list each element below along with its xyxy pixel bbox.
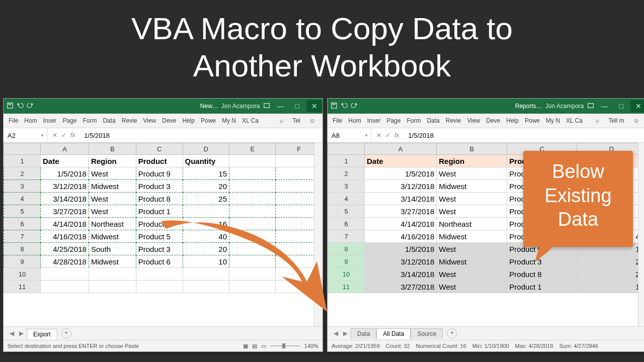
add-sheet-button[interactable]: + — [61, 328, 71, 338]
table-row[interactable]: 10 — [4, 268, 323, 281]
table-row[interactable]: 84/25/2018SouthProduct 320 — [4, 243, 323, 255]
ribbon-tab[interactable]: Form — [79, 117, 100, 124]
header-cell[interactable]: Region — [89, 155, 136, 167]
redo-icon[interactable] — [351, 102, 358, 111]
row-header[interactable]: 1 — [4, 155, 41, 167]
sheet-tab[interactable]: Source — [411, 328, 443, 339]
table-row[interactable]: 94/28/2018MidwestProduct 610 — [4, 255, 323, 268]
ribbon-tab[interactable]: My N — [543, 117, 563, 124]
table-row[interactable]: 21/5/2018WestProduct 915 — [4, 167, 323, 180]
search-icon[interactable]: ⌕ — [275, 117, 286, 124]
header-cell[interactable]: Date — [365, 155, 437, 167]
ribbon-display-icon[interactable] — [263, 102, 270, 111]
ribbon-tab[interactable]: Page — [59, 117, 79, 124]
sheet-tab[interactable]: Export — [27, 329, 57, 339]
column-header[interactable]: E — [229, 143, 276, 155]
sheet-tab[interactable]: Data — [351, 328, 376, 339]
column-header[interactable]: B — [437, 143, 507, 155]
save-icon[interactable] — [331, 102, 338, 111]
search-icon[interactable]: ⌕ — [591, 117, 602, 124]
row-header[interactable]: 1 — [328, 155, 365, 167]
column-header[interactable]: A — [365, 143, 437, 155]
ribbon-tab[interactable]: File — [328, 117, 345, 124]
enter-icon[interactable]: ✓ — [385, 132, 390, 139]
fx-icon[interactable]: fx — [70, 132, 75, 139]
undo-icon[interactable] — [17, 102, 24, 111]
ribbon-tab[interactable]: Powe — [198, 117, 219, 124]
ribbon-tab[interactable]: Inser — [40, 117, 60, 124]
ribbon[interactable]: FileHomInserPageFormDataRevieViewDeveHel… — [328, 114, 644, 128]
ribbon-tab[interactable]: Hom — [21, 117, 40, 124]
table-row[interactable]: 93/12/2018MidwestProduct 320 — [328, 255, 645, 268]
column-header[interactable]: D — [183, 143, 229, 155]
smile-icon[interactable]: ☺ — [630, 117, 642, 124]
fx-icon[interactable]: fx — [394, 132, 399, 139]
close-button[interactable]: ✕ — [630, 100, 644, 112]
ribbon-tab[interactable]: Data — [100, 117, 118, 124]
ribbon-tab[interactable]: Page — [383, 117, 404, 124]
table-row[interactable]: 11 — [4, 281, 323, 293]
vertical-scrollbar[interactable] — [314, 143, 323, 326]
ribbon-tab[interactable]: View — [140, 117, 159, 124]
ribbon-tab[interactable]: Help — [503, 117, 522, 124]
tab-next-icon[interactable]: ▶ — [17, 330, 26, 337]
ribbon-tab[interactable]: View — [464, 117, 483, 124]
table-row[interactable]: 113/27/2018WestProduct 114 — [328, 281, 645, 293]
add-sheet-button[interactable]: + — [447, 328, 457, 338]
name-box[interactable]: A8 — [328, 128, 371, 142]
minimize-button[interactable]: — — [597, 102, 612, 110]
select-all[interactable] — [4, 143, 41, 155]
table-row[interactable]: 33/12/2018MidwestProduct 320 — [4, 180, 323, 193]
ribbon-tab[interactable]: Deve — [159, 117, 179, 124]
enter-icon[interactable]: ✓ — [61, 132, 66, 139]
header-cell[interactable]: Product — [136, 155, 183, 167]
ribbon-display-icon[interactable] — [587, 102, 594, 111]
ribbon-tab[interactable]: Form — [404, 117, 424, 124]
name-box[interactable]: A2 — [4, 128, 47, 142]
ribbon-tab[interactable]: My N — [219, 117, 239, 124]
undo-icon[interactable] — [341, 102, 348, 111]
smile-icon[interactable]: ☺ — [306, 117, 318, 124]
column-header[interactable]: C — [136, 143, 183, 155]
tell-me[interactable]: Tell m — [605, 117, 627, 124]
ribbon[interactable]: FileHomInserPageFormDataRevieViewDeveHel… — [4, 114, 323, 128]
close-button[interactable]: ✕ — [306, 100, 323, 112]
table-row[interactable]: 103/14/2018WestProduct 825 — [328, 268, 645, 281]
select-all[interactable] — [328, 143, 365, 155]
ribbon-tab[interactable]: Powe — [522, 117, 543, 124]
ribbon-tab[interactable]: Revie — [443, 117, 464, 124]
titlebar[interactable]: Reports… Jon Acampora — □ ✕ — [328, 99, 644, 114]
tab-prev-icon[interactable]: ◀ — [8, 330, 16, 337]
titlebar[interactable]: New… Jon Acampora — □ ✕ — [4, 99, 323, 114]
cancel-icon[interactable]: ✕ — [52, 132, 57, 139]
save-icon[interactable] — [7, 102, 14, 111]
tab-prev-icon[interactable]: ◀ — [332, 330, 340, 337]
ribbon-tab[interactable]: Inser — [364, 117, 384, 124]
ribbon-tab[interactable]: Data — [424, 117, 442, 124]
table-row[interactable]: 43/14/2018WestProduct 825 — [4, 193, 323, 205]
formula-bar[interactable]: 1/5/2018 — [80, 132, 323, 139]
ribbon-tab[interactable]: Revie — [119, 117, 140, 124]
tell-me[interactable]: Tel — [289, 117, 303, 124]
sheet-tab[interactable]: All Data — [376, 328, 411, 339]
table-row[interactable]: 74/16/2018MidwestProduct 540 — [4, 230, 323, 243]
sheet-tab-bar[interactable]: ◀ ▶ Export + — [4, 326, 323, 340]
ribbon-tab[interactable]: XL Ca — [239, 117, 262, 124]
tab-next-icon[interactable]: ▶ — [341, 330, 350, 337]
table-row[interactable]: 64/14/2018NortheastProduct 716 — [4, 218, 323, 230]
redo-icon[interactable] — [27, 102, 34, 111]
ribbon-tab[interactable]: File — [4, 117, 21, 124]
cancel-icon[interactable]: ✕ — [376, 132, 381, 139]
formula-bar[interactable]: 1/5/2018 — [404, 132, 644, 139]
zoom-slider[interactable] — [270, 345, 300, 346]
column-header[interactable]: A — [41, 143, 89, 155]
maximize-button[interactable]: □ — [291, 102, 303, 110]
ribbon-tab[interactable]: XL Ca — [563, 117, 586, 124]
header-cell[interactable]: Date — [41, 155, 89, 167]
ribbon-tab[interactable]: Deve — [483, 117, 503, 124]
worksheet-grid[interactable]: ABCDEF1DateRegionProductQuantity21/5/201… — [4, 143, 323, 326]
minimize-button[interactable]: — — [273, 102, 288, 110]
sheet-tab-bar[interactable]: ◀ ▶ DataAll DataSource + — [328, 326, 644, 340]
ribbon-tab[interactable]: Hom — [345, 117, 364, 124]
header-cell[interactable]: Quantity — [183, 155, 229, 167]
